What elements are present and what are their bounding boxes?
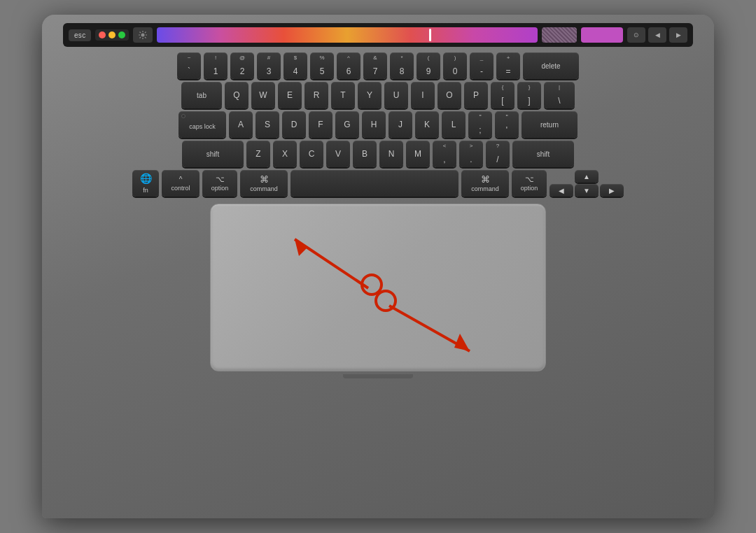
bottom-row: 🌐 fn ^ control ⌥ option ⌘ command ⌘ comm…	[63, 170, 693, 197]
number-row: ~` !1 @2 #3 $4 %5 ^6 &7 *8 (9 )0 _- += d…	[63, 52, 693, 79]
key-v[interactable]: V	[326, 141, 350, 167]
key-z[interactable]: Z	[246, 141, 270, 167]
key-arrow-down[interactable]: ▼	[575, 184, 598, 197]
tb-close-dot	[99, 31, 106, 38]
tb-maximize-dot	[118, 31, 125, 38]
tb-gradient-bar[interactable]	[157, 27, 538, 43]
key-tab[interactable]: tab	[181, 82, 222, 108]
key-command-right[interactable]: ⌘ command	[461, 170, 509, 197]
key-y[interactable]: Y	[358, 82, 382, 108]
key-option-right[interactable]: ⌥ option	[512, 170, 547, 197]
key-quote[interactable]: "'	[495, 111, 519, 138]
tb-pattern-widget	[542, 27, 577, 43]
key-x[interactable]: X	[273, 141, 297, 167]
touch-bar: esc ⊙ ◀ ▶	[63, 23, 693, 47]
key-h[interactable]: H	[362, 111, 386, 138]
key-minus[interactable]: _-	[470, 52, 493, 79]
key-arrow-right[interactable]: ▶	[600, 184, 624, 197]
key-fn[interactable]: 🌐 fn	[132, 170, 159, 197]
key-open-bracket[interactable]: {[	[491, 82, 514, 108]
key-r[interactable]: R	[304, 82, 328, 108]
pinch-gesture-container	[211, 204, 545, 371]
key-k[interactable]: K	[415, 111, 439, 138]
key-return[interactable]: return	[522, 111, 578, 138]
key-9[interactable]: (9	[416, 52, 440, 79]
key-u[interactable]: U	[384, 82, 408, 108]
tb-solid-widget	[581, 27, 623, 43]
key-delete[interactable]: delete	[523, 52, 579, 79]
key-b[interactable]: B	[353, 141, 377, 167]
key-p[interactable]: P	[464, 82, 488, 108]
svg-line-8	[140, 37, 141, 38]
svg-line-9	[295, 239, 368, 288]
svg-point-0	[141, 34, 145, 37]
key-m[interactable]: M	[406, 141, 430, 167]
key-arrow-left[interactable]: ◀	[550, 184, 573, 197]
key-i[interactable]: I	[411, 82, 435, 108]
key-t[interactable]: T	[331, 82, 355, 108]
tb-sys-btn-3[interactable]: ▶	[669, 27, 687, 43]
arrow-cluster: ▲ ◀ ▼ ▶	[550, 170, 624, 197]
esc-key[interactable]: esc	[69, 29, 91, 41]
svg-line-6	[145, 37, 146, 38]
key-command-left[interactable]: ⌘ command	[240, 170, 288, 197]
key-q[interactable]: Q	[225, 82, 248, 108]
key-2[interactable]: @2	[230, 52, 254, 79]
trackpad[interactable]	[210, 204, 546, 371]
key-control[interactable]: ^ control	[162, 170, 200, 197]
tb-window-controls	[95, 29, 129, 41]
key-a[interactable]: A	[229, 111, 253, 138]
key-8[interactable]: *8	[390, 52, 414, 79]
key-6[interactable]: ^6	[337, 52, 360, 79]
key-slash[interactable]: ?/	[486, 141, 510, 167]
gesture-arrows	[211, 204, 545, 371]
key-period[interactable]: >.	[459, 141, 483, 167]
key-s[interactable]: S	[255, 111, 279, 138]
key-o[interactable]: O	[438, 82, 461, 108]
tb-system-buttons: ⊙ ◀ ▶	[627, 27, 687, 43]
key-l[interactable]: L	[442, 111, 465, 138]
key-4[interactable]: $4	[284, 52, 307, 79]
key-c[interactable]: C	[300, 141, 323, 167]
key-w[interactable]: W	[251, 82, 275, 108]
key-5[interactable]: %5	[310, 52, 334, 79]
key-backslash[interactable]: |\	[544, 82, 575, 108]
tb-brightness-widget	[133, 27, 153, 43]
svg-point-14	[376, 291, 396, 311]
tb-minimize-dot	[108, 31, 115, 38]
key-g[interactable]: G	[335, 111, 359, 138]
key-caps-lock[interactable]: caps lock	[178, 111, 226, 138]
svg-marker-10	[295, 239, 307, 256]
key-shift-right[interactable]: shift	[512, 141, 574, 167]
key-equals[interactable]: +=	[496, 52, 520, 79]
key-1[interactable]: !1	[204, 52, 227, 79]
key-n[interactable]: N	[379, 141, 403, 167]
key-shift-left[interactable]: shift	[182, 141, 244, 167]
key-space[interactable]	[290, 170, 458, 197]
key-close-bracket[interactable]: }]	[517, 82, 541, 108]
key-7[interactable]: &7	[363, 52, 387, 79]
key-0[interactable]: )0	[443, 52, 467, 79]
key-arrow-up[interactable]: ▲	[575, 170, 598, 183]
key-comma[interactable]: <,	[433, 141, 456, 167]
key-3[interactable]: #3	[257, 52, 281, 79]
key-d[interactable]: D	[282, 111, 306, 138]
key-j[interactable]: J	[388, 111, 412, 138]
svg-line-11	[389, 306, 470, 351]
tb-sys-btn-2[interactable]: ◀	[648, 27, 666, 43]
asdf-row: caps lock A S D F G H J K L "; "' return	[63, 111, 693, 138]
key-semicolon[interactable]: ";	[468, 111, 492, 138]
tb-sys-btn-1[interactable]: ⊙	[627, 27, 645, 43]
svg-line-7	[145, 32, 146, 34]
keyboard: ~` !1 @2 #3 $4 %5 ^6 &7 *8 (9 )0 _- += d…	[63, 52, 693, 197]
key-f[interactable]: F	[309, 111, 332, 138]
zxcv-row: shift Z X C V B N M <, >. ?/ shift	[63, 141, 693, 167]
tb-slider-thumb	[429, 29, 431, 41]
laptop-body: esc ⊙ ◀ ▶	[42, 15, 714, 518]
svg-line-5	[140, 32, 141, 34]
key-e[interactable]: E	[278, 82, 302, 108]
key-tilde[interactable]: ~`	[177, 52, 201, 79]
svg-point-13	[362, 275, 382, 294]
trackpad-area	[63, 204, 693, 371]
key-option-left[interactable]: ⌥ option	[202, 170, 237, 197]
